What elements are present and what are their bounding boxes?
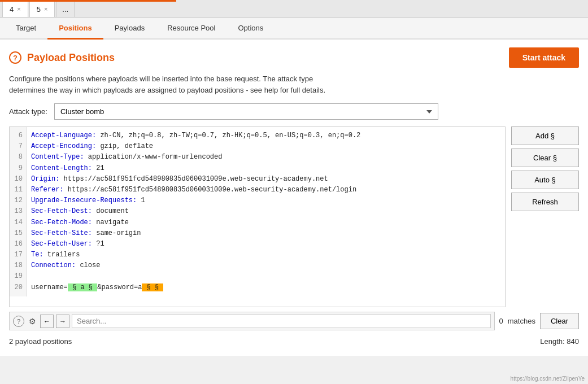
nav-tabs: Target Positions Payloads Resource Pool … — [0, 18, 588, 40]
footer-bar: 2 payload positions Length: 840 — [9, 335, 579, 348]
add-section-button[interactable]: Add § — [511, 126, 579, 145]
tab-5[interactable]: 5 × — [29, 1, 55, 17]
search-input[interactable] — [72, 314, 491, 328]
code-line-11: Referer: https://ac581f951fcd548980835d0… — [31, 185, 500, 195]
search-row: ? ⚙ ← → 0 matches Clear — [9, 312, 579, 330]
tab-4-label: 4 — [10, 5, 14, 14]
main-content: ? Payload Positions Start attack Configu… — [0, 40, 588, 356]
code-line-17: Te: trailers — [31, 250, 500, 260]
auto-section-button[interactable]: Auto § — [511, 171, 579, 189]
code-line-12: Upgrade-Insecure-Requests: 1 — [31, 195, 500, 206]
side-buttons: Add § Clear § Auto § Refresh — [511, 126, 579, 307]
section-description: Configure the positions where payloads w… — [9, 73, 579, 95]
code-line-7: Accept-Encoding: gzip, deflate — [31, 141, 500, 152]
tab-resource-pool[interactable]: Resource Pool — [156, 18, 227, 40]
tab-5-label: 5 — [37, 5, 41, 14]
search-container: ? ⚙ ← → — [9, 312, 495, 330]
tab-positions[interactable]: Positions — [47, 18, 103, 40]
search-matches-count: 0 — [499, 317, 503, 325]
search-prev-button[interactable]: ← — [40, 315, 54, 328]
attack-type-row: Attack type: Cluster bomb Sniper Batteri… — [9, 103, 579, 120]
code-line-20: username= § a § &password=a § § — [31, 282, 500, 293]
tab-payloads[interactable]: Payloads — [103, 18, 156, 40]
attack-type-select[interactable]: Cluster bomb Sniper Battering ram Pitchf… — [54, 103, 438, 120]
tab-4[interactable]: 4 × — [2, 1, 28, 17]
attack-type-label: Attack type: — [9, 107, 47, 116]
tab-bar: 4 × 5 × ... — [0, 0, 588, 18]
search-gear-icon[interactable]: ⚙ — [27, 316, 38, 327]
footer-length: Length: 840 — [540, 337, 579, 346]
section-title: Payload Positions — [27, 52, 115, 64]
code-line-6: Accept-Language: zh-CN, zh;q=0.8, zh-TW;… — [31, 130, 500, 141]
search-next-button[interactable]: → — [56, 315, 69, 328]
footer-positions: 2 payload positions — [9, 337, 72, 346]
code-line-16: Sec-Fetch-User: ?1 — [31, 239, 500, 250]
code-line-10: Origin: https://ac581f951fcd548980835d06… — [31, 174, 500, 185]
section-title-area: ? Payload Positions — [9, 51, 115, 64]
section-help-icon[interactable]: ? — [9, 51, 21, 64]
refresh-button[interactable]: Refresh — [511, 193, 579, 211]
watermark: https://blog.csdn.net/ZiIpenYe — [511, 376, 585, 382]
code-editor[interactable]: 6 7 8 9 10 11 12 13 14 15 16 17 18 19 20 — [9, 126, 506, 307]
code-line-13: Sec-Fetch-Dest: document — [31, 206, 500, 217]
start-attack-button[interactable]: Start attack — [509, 47, 579, 68]
code-content: Accept-Language: zh-CN, zh;q=0.8, zh-TW;… — [27, 127, 505, 296]
tab-ellipsis[interactable]: ... — [56, 1, 75, 17]
search-matches-label: matches — [508, 317, 535, 325]
tab-5-close[interactable]: × — [44, 6, 47, 12]
tab-4-close[interactable]: × — [17, 6, 20, 12]
code-line-14: Sec-Fetch-Mode: navigate — [31, 217, 500, 228]
tab-options[interactable]: Options — [227, 18, 275, 40]
code-line-8: Content-Type: application/x-www-form-url… — [31, 152, 500, 163]
code-line-19 — [31, 271, 500, 282]
section-header: ? Payload Positions Start attack — [9, 47, 579, 68]
code-line-18: Connection: close — [31, 260, 500, 271]
line-numbers: 6 7 8 9 10 11 12 13 14 15 16 17 18 19 20 — [10, 127, 27, 296]
search-help-icon[interactable]: ? — [13, 316, 24, 327]
editor-container: 6 7 8 9 10 11 12 13 14 15 16 17 18 19 20 — [9, 126, 579, 307]
tab-target[interactable]: Target — [5, 18, 47, 40]
code-line-15: Sec-Fetch-Site: same-origin — [31, 228, 500, 239]
search-clear-button[interactable]: Clear — [540, 313, 579, 329]
code-line-9: Content-Length: 21 — [31, 163, 500, 174]
clear-section-button[interactable]: Clear § — [511, 149, 579, 167]
